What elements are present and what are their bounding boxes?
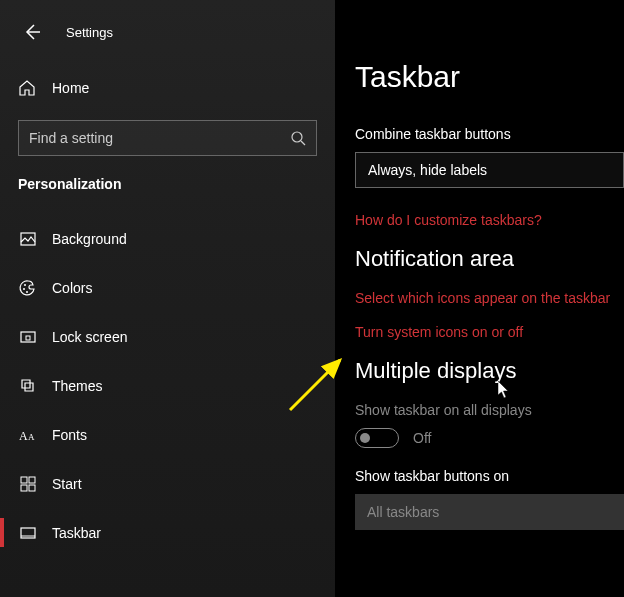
fonts-icon: AA [18,425,38,445]
home-nav[interactable]: Home [0,66,335,110]
svg-rect-6 [26,336,30,340]
show-taskbar-toggle-row: Off [355,428,624,448]
sidebar-item-taskbar[interactable]: Taskbar [0,508,335,557]
show-taskbar-label: Show taskbar on all displays [355,402,624,418]
system-icons-link[interactable]: Turn system icons on or off [355,324,624,340]
sidebar-item-colors[interactable]: Colors [0,263,335,312]
back-arrow-icon [23,23,41,41]
sidebar-item-themes[interactable]: Themes [0,361,335,410]
notification-area-title: Notification area [355,246,624,272]
nav-list: Background Colors Lock screen Themes AA … [0,214,335,557]
start-icon [18,474,38,494]
toggle-knob [360,433,370,443]
sidebar-item-fonts[interactable]: AA Fonts [0,410,335,459]
palette-icon [18,278,38,298]
search-icon [290,130,306,146]
sidebar-item-label: Themes [52,378,103,394]
content-pane: Taskbar Combine taskbar buttons Always, … [335,0,624,597]
combine-value: Always, hide labels [368,162,487,178]
sidebar-item-start[interactable]: Start [0,459,335,508]
svg-rect-12 [29,485,35,491]
sidebar-item-background[interactable]: Background [0,214,335,263]
show-buttons-value: All taskbars [367,504,439,520]
combine-label: Combine taskbar buttons [355,126,624,142]
sidebar-item-label: Taskbar [52,525,101,541]
show-taskbar-toggle[interactable] [355,428,399,448]
page-title: Taskbar [355,60,624,94]
svg-point-0 [292,132,302,142]
sidebar-item-label: Lock screen [52,329,127,345]
back-button[interactable] [18,18,46,46]
sidebar-item-label: Start [52,476,82,492]
search-field[interactable] [29,130,290,146]
combine-dropdown[interactable]: Always, hide labels [355,152,624,188]
search-input[interactable] [18,120,317,156]
picture-icon [18,229,38,249]
toggle-state-label: Off [413,430,431,446]
svg-text:A: A [19,429,28,442]
svg-text:A: A [28,432,35,442]
home-icon [18,79,38,97]
multiple-displays-title: Multiple displays [355,358,624,384]
svg-point-3 [23,288,25,290]
svg-point-4 [26,291,28,293]
customize-link[interactable]: How do I customize taskbars? [355,212,624,228]
show-buttons-label: Show taskbar buttons on [355,468,624,484]
header-row: Settings [0,12,335,52]
svg-rect-10 [29,477,35,483]
show-buttons-dropdown[interactable]: All taskbars [355,494,624,530]
svg-rect-9 [21,477,27,483]
sidebar-item-label: Background [52,231,127,247]
themes-icon [18,376,38,396]
sidebar-item-label: Fonts [52,427,87,443]
svg-rect-11 [21,485,27,491]
sidebar-item-label: Colors [52,280,92,296]
svg-point-2 [24,284,26,286]
lock-screen-icon [18,327,38,347]
home-label: Home [52,80,89,96]
category-heading: Personalization [0,176,335,192]
settings-title: Settings [66,25,113,40]
sidebar-item-lock-screen[interactable]: Lock screen [0,312,335,361]
left-sidebar: Settings Home Personalization Background… [0,0,335,597]
taskbar-icon [18,523,38,543]
select-icons-link[interactable]: Select which icons appear on the taskbar [355,290,624,306]
